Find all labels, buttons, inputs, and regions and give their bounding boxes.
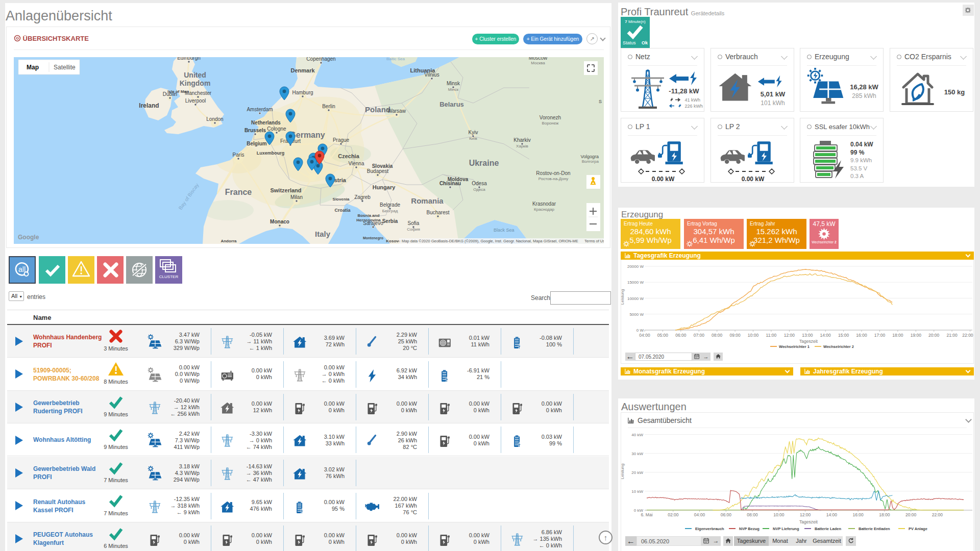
svg-text:NVP Lieferung: NVP Lieferung [773,527,799,531]
svg-text:Wechselrichter 2: Wechselrichter 2 [823,344,854,349]
svg-text:Netherlands: Netherlands [251,120,281,126]
svg-text:Krasnodar: Krasnodar [532,201,556,207]
svg-text:Moscow: Moscow [529,57,548,61]
svg-text:20:00: 20:00 [928,333,940,338]
svg-text:Berlin: Berlin [322,104,335,109]
svg-text:NVP Bezug: NVP Bezug [739,527,760,531]
svg-text:Sofia: Sofia [408,220,420,226]
svg-text:Voronezh: Voronezh [540,115,561,120]
svg-text:France: France [225,188,252,196]
svg-text:18:00: 18:00 [892,333,903,338]
svg-text:10000 W: 10000 W [627,296,644,301]
svg-text:Monaco: Monaco [270,219,289,224]
svg-text:Волгогра: Волгогра [582,159,599,164]
svg-text:Minsk: Minsk [447,81,460,86]
svg-text:Baltic Sea: Baltic Sea [386,57,405,61]
svg-text:Vilnius: Vilnius [424,72,439,78]
svg-text:13:00: 13:00 [802,333,813,338]
svg-text:Croatia: Croatia [334,208,351,213]
svg-text:04:00: 04:00 [694,512,705,517]
svg-text:all: all [18,265,26,273]
svg-text:20000 W: 20000 W [627,264,644,269]
svg-text:Amsterdam: Amsterdam [247,107,273,112]
svg-text:Leistung: Leistung [621,464,625,479]
svg-text:10:00: 10:00 [773,512,785,517]
svg-text:Map: Map [27,64,39,71]
svg-text:Denmark: Denmark [290,67,315,73]
svg-text:Ireland: Ireland [139,102,159,109]
svg-text:Slovenia: Slovenia [333,197,350,202]
svg-text:Kharkiv: Kharkiv [513,137,530,143]
svg-text:PV Anlage: PV Anlage [909,527,927,531]
svg-text:5000 W: 5000 W [629,312,644,317]
svg-text:Romania: Romania [411,196,444,205]
svg-text:Satellite: Satellite [54,64,76,71]
svg-text:15000 W: 15000 W [627,280,644,285]
svg-text:Paris: Paris [233,152,244,158]
svg-text:30 kW: 30 kW [631,452,643,456]
svg-text:Мінск: Мінск [448,87,459,92]
svg-text:10 kW: 10 kW [631,489,643,494]
svg-text:Montenegro: Montenegro [363,236,383,240]
svg-text:Київ: Київ [469,136,477,141]
svg-text:United: United [184,71,206,79]
svg-text:06:00: 06:00 [721,512,732,517]
svg-text:15:00: 15:00 [838,333,849,338]
svg-text:София: София [407,227,420,232]
svg-text:Prague: Prague [333,137,350,143]
svg-text:Belgium: Belgium [247,141,267,146]
svg-text:Czechia: Czechia [338,153,359,159]
svg-text:06:00: 06:00 [675,333,687,338]
svg-text:02:00: 02:00 [668,512,679,517]
svg-text:20:00: 20:00 [905,512,917,517]
svg-text:Volgogra: Volgogra [580,154,599,159]
svg-text:Belarus: Belarus [439,101,464,108]
svg-text:12:00: 12:00 [784,333,795,338]
svg-text:Belgrade: Belgrade [380,202,400,208]
svg-text:Bucharest: Bucharest [426,210,449,215]
svg-text:Milan: Milan [290,194,303,200]
svg-text:21:00: 21:00 [946,333,958,338]
svg-text:Dublin: Dublin [163,91,177,97]
svg-text:London: London [206,116,223,122]
svg-text:Black Sea: Black Sea [494,228,514,233]
svg-text:Харків: Харків [516,144,528,148]
svg-text:Copenhagen: Copenhagen [306,57,335,62]
svg-text:S: S [599,99,602,104]
svg-text:08:00: 08:00 [747,512,758,517]
svg-text:Rostov-on-Don: Rostov-on-Don [536,170,570,176]
svg-text:20 kW: 20 kW [631,470,643,475]
svg-text:Warsaw: Warsaw [387,108,406,114]
svg-text:Ростов-на-Дону: Ростов-на-Дону [538,177,568,181]
svg-text:Wechselrichter 1: Wechselrichter 1 [779,344,810,349]
svg-text:Vienna: Vienna [349,161,364,166]
svg-text:Odesa: Odesa [472,181,487,186]
svg-text:Edinburgh: Edinburgh [177,57,201,61]
svg-text:Kosovo: Kosovo [386,239,401,243]
svg-text:Београд: Београд [382,209,398,213]
svg-text:Chisinau: Chisinau [439,181,461,186]
svg-text:14:00: 14:00 [826,512,838,517]
svg-text:Andorra: Andorra [220,239,237,243]
svg-text:Cologne: Cologne [267,126,286,132]
svg-text:22:00: 22:00 [962,333,973,338]
svg-text:6. Mai: 6. Mai [641,512,652,517]
svg-text:16:00: 16:00 [856,333,867,338]
svg-text:Москва: Москва [531,61,545,65]
svg-text:Sarajevo: Sarajevo [363,220,383,226]
svg-text:Kingdom: Kingdom [180,79,211,87]
svg-text:11:00: 11:00 [766,333,777,338]
svg-text:Tageszeit: Tageszeit [799,519,818,524]
svg-text:Terms of Use: Terms of Use [584,239,604,243]
svg-text:Bosnia and: Bosnia and [357,213,379,218]
svg-text:Brussels: Brussels [244,128,266,133]
svg-text:17:00: 17:00 [874,333,886,338]
svg-text:04:00: 04:00 [639,333,650,338]
svg-text:18:00: 18:00 [879,512,890,517]
svg-text:16:00: 16:00 [852,512,864,517]
svg-text:05:00: 05:00 [657,333,669,338]
svg-text:Google: Google [18,234,39,241]
svg-text:Manchester: Manchester [185,90,212,96]
svg-text:14:00: 14:00 [820,333,831,338]
svg-text:Italy: Italy [315,230,331,238]
